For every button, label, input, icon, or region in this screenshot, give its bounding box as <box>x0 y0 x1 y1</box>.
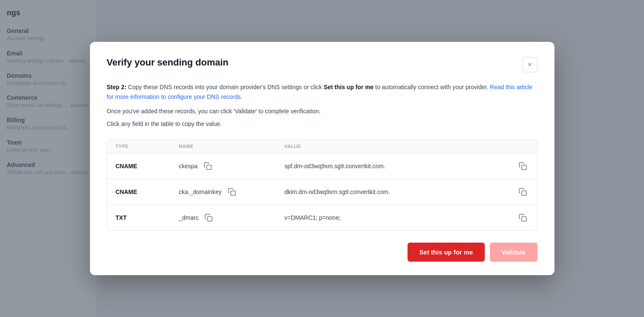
close-button[interactable]: × <box>522 57 538 72</box>
svg-rect-0 <box>207 165 211 169</box>
set-this-up-button[interactable]: Set this up for me <box>408 243 485 262</box>
row3-type: TXT <box>116 214 179 221</box>
svg-rect-3 <box>522 191 526 195</box>
dns-table: TYPE NAME VALUE CNAME ckespa <box>107 139 538 231</box>
modal-footer: Set this up for me Validate <box>107 243 538 262</box>
description-suffix: to automatically connect with your provi… <box>375 84 490 90</box>
row2-name: cka._domainkey <box>179 189 222 195</box>
row3-value: v=DMARC1; p=none; <box>285 214 341 221</box>
table-row[interactable]: CNAME ckespa spf.dm-od3wq9xm.sg9.convert… <box>107 153 537 179</box>
modal-overlay: Verify your sending domain × Step 2: Cop… <box>0 0 644 317</box>
row2-value: dkim.dm-od3wq9xm.sg9.convertkit.com. <box>285 189 390 195</box>
col-name-header: NAME <box>179 144 285 149</box>
copy-name-icon-3[interactable] <box>203 212 215 224</box>
dns-table-header: TYPE NAME VALUE <box>107 139 537 153</box>
row1-type: CNAME <box>116 163 179 169</box>
col-value-header: VALUE <box>285 144 529 149</box>
row3-value-cell[interactable]: v=DMARC1; p=none; <box>285 212 529 224</box>
col-type-header: TYPE <box>116 144 179 149</box>
row3-name-cell[interactable]: _dmarc <box>179 212 285 224</box>
row1-name: ckespa <box>179 163 198 169</box>
copy-name-icon-1[interactable] <box>202 160 214 172</box>
copy-name-icon-2[interactable] <box>226 186 238 198</box>
row1-name-cell[interactable]: ckespa <box>179 160 285 172</box>
modal-hint: Click any field in the table to copy the… <box>107 119 538 128</box>
row2-name-cell[interactable]: cka._domainkey <box>179 186 285 198</box>
row1-value-cell[interactable]: spf.dm-od3wq9xm.sg9.convertkit.com. <box>285 160 529 172</box>
row1-value: spf.dm-od3wq9xm.sg9.convertkit.com. <box>285 163 386 169</box>
modal-title: Verify your sending domain <box>107 57 229 68</box>
modal-header: Verify your sending domain × <box>107 57 538 72</box>
svg-rect-5 <box>522 216 526 221</box>
table-row[interactable]: CNAME cka._domainkey dkim.dm-od3wq9xm.sg… <box>107 179 537 205</box>
table-row[interactable]: TXT _dmarc v=DMARC1; p=none; <box>107 205 537 230</box>
svg-rect-1 <box>522 165 526 169</box>
row2-type: CNAME <box>116 189 179 195</box>
row3-name: _dmarc <box>179 214 199 221</box>
copy-value-icon-2[interactable] <box>517 186 529 198</box>
description-text: Copy these DNS records into your domain … <box>128 84 323 90</box>
copy-value-icon-3[interactable] <box>517 212 529 224</box>
row2-value-cell[interactable]: dkim.dm-od3wq9xm.sg9.convertkit.com. <box>285 186 529 198</box>
modal-description: Step 2: Copy these DNS records into your… <box>107 82 538 101</box>
setup-inline-label: Set this up for me <box>323 84 373 90</box>
svg-rect-4 <box>208 216 212 221</box>
validate-button[interactable]: Validate <box>490 243 538 262</box>
copy-value-icon-1[interactable] <box>517 160 529 172</box>
svg-rect-2 <box>231 191 235 195</box>
step-label: Step 2: <box>107 84 127 90</box>
modal-note: Once you've added these records, you can… <box>107 107 538 116</box>
verify-domain-modal: Verify your sending domain × Step 2: Cop… <box>90 42 554 275</box>
